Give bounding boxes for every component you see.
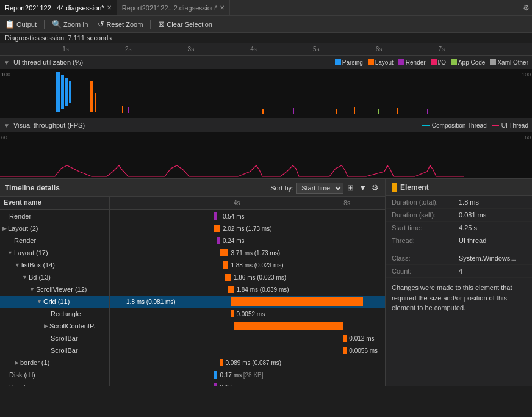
bar-segment (220, 359, 223, 366)
tab-2-close[interactable]: ✕ (220, 4, 225, 11)
group-icon[interactable]: ⊞ (346, 182, 355, 194)
appcode-color (451, 59, 457, 65)
row-bar-area: 1.8 ms (0.081 ms) (110, 296, 385, 308)
tab-2[interactable]: Report2021122...2.diagsession* ✕ (117, 0, 231, 15)
ruler-mark-3s: 3s (188, 46, 195, 53)
expand-icon[interactable]: ▼ (37, 299, 42, 305)
fps-chart-section: ▼ Visual throughput (FPS) Composition Th… (0, 118, 532, 178)
table-row[interactable]: ▶Layout (2) 2.02 ms (1.73 ms) (0, 222, 385, 234)
row-duration: 0.13 ms (220, 384, 242, 386)
row-bar-area: 0.012 ms (110, 332, 385, 344)
session-info: Diagnostics session: 7.111 seconds (0, 33, 532, 43)
row-bar-area: 1.88 ms (0.023 ms) (110, 259, 385, 271)
ui-chart-scale-left: 100 (0, 71, 10, 78)
table-row[interactable]: Render 0.13 ms (0, 381, 385, 386)
row-duration: 2.02 ms (1.73 ms) (223, 225, 272, 232)
comp-thread-color (422, 125, 430, 126)
bar-segment (228, 286, 234, 293)
duration-self-value: 0.081 ms (459, 211, 486, 219)
table-row[interactable]: ScrollBar 0.012 ms (0, 332, 385, 344)
class-value: System.Windows... (459, 255, 516, 262)
row-icon (7, 236, 14, 245)
row-bar-area: 2.02 ms (1.73 ms) (110, 222, 385, 234)
table-row[interactable]: ▼ScrollViewer (12) 1.84 ms (0.039 ms) (0, 283, 385, 296)
svg-rect-11 (354, 107, 355, 114)
row-duration: 0.089 ms (0.087 ms) (225, 360, 281, 366)
table-row[interactable]: ▼listBox (14) 1.88 ms (0.023 ms) (0, 259, 385, 271)
tab-2-label: Report2021122...2.diagsession* (122, 4, 218, 12)
bottom-panel: Timeline details Sort by: Start time Dur… (0, 178, 532, 386)
ui-thread-collapse[interactable]: ▼ (4, 59, 10, 66)
row-duration: 0.0056 ms (349, 347, 378, 354)
tree-container[interactable]: Render 0.54 ms ▶Layout (2) 2.02 ms (1.73… (0, 210, 385, 386)
ruler-marks: 1s 2s 3s 4s 5s 6s 7s (5, 43, 527, 55)
svg-rect-7 (128, 107, 129, 113)
output-button[interactable]: 📋 Output (2, 18, 39, 30)
expand-icon[interactable]: ▶ (2, 225, 7, 231)
row-bar-area: 0.17 ms [28 KB] (110, 369, 385, 381)
ruler-mark-1s: 1s (62, 46, 69, 53)
svg-rect-5 (95, 93, 96, 112)
sort-select[interactable]: Start time Duration (296, 183, 343, 194)
zoom-in-button[interactable]: 🔍 Zoom In (49, 18, 90, 30)
row-duration: 0.17 ms [28 KB] (220, 372, 263, 379)
bar-segment (217, 237, 220, 244)
row-duration: 1.88 ms (0.023 ms) (231, 262, 283, 269)
bar-segment (214, 371, 217, 379)
table-row[interactable]: Render 0.24 ms (0, 234, 385, 247)
start-time-value: 4.25 s (459, 224, 477, 231)
expand-icon[interactable]: ▼ (15, 262, 20, 268)
options-icon[interactable]: ⚙ (370, 182, 380, 194)
row-duration: 0.012 ms (349, 335, 374, 342)
svg-rect-12 (378, 109, 379, 114)
table-row[interactable]: ▼Bd (13) 1.86 ms (0.023 ms) (0, 271, 385, 283)
expand-icon[interactable]: ▶ (44, 323, 48, 329)
expand-icon[interactable]: ▼ (29, 286, 35, 292)
toolbar-separator-2 (150, 20, 151, 29)
fps-chart-body[interactable]: 60 60 (0, 132, 532, 178)
tab-1-close[interactable]: ✕ (107, 4, 112, 11)
table-row[interactable]: Render 0.54 ms (0, 210, 385, 222)
tab-1[interactable]: Report2021122...44.diagsession* ✕ (0, 0, 117, 15)
ruler-mark-7s: 7s (438, 46, 445, 53)
bar-segment (343, 335, 347, 342)
clear-selection-button[interactable]: ⊠ Clear Selection (156, 18, 215, 30)
row-bar-area: 1.84 ms (0.039 ms) (110, 283, 385, 296)
table-row[interactable]: ScrollBar 0.0056 ms (0, 344, 385, 357)
clear-selection-icon: ⊠ (158, 20, 165, 29)
ruler-mark-6s: 6s (376, 46, 383, 53)
settings-icon[interactable]: ⚙ (523, 4, 530, 12)
table-row[interactable]: Rectangle 0.0052 ms (0, 308, 385, 320)
bar-segment (220, 249, 228, 256)
table-row[interactable]: ▼Grid (11) 1.8 ms (0.081 ms) (0, 296, 385, 308)
expand-icon[interactable]: ▶ (15, 360, 19, 366)
row-icon (2, 212, 9, 221)
row-icon (44, 346, 51, 355)
table-row[interactable]: ▶border (1) 0.089 ms (0.087 ms) (0, 357, 385, 369)
table-row[interactable]: ▶ScrollContentP... 1.7 ms (0.051 ms) (0, 320, 385, 332)
row-bar-area: 0.54 ms (110, 210, 385, 222)
timeline-details: Timeline details Sort by: Start time Dur… (0, 179, 386, 386)
reset-zoom-button[interactable]: ↺ Reset Zoom (95, 18, 145, 30)
output-label: Output (16, 21, 37, 28)
ui-thread-chart-body[interactable]: 100 100 (0, 69, 532, 118)
comp-thread-label: Composition Thread (432, 122, 487, 129)
tab-bar: Report2021122...44.diagsession* ✕ Report… (0, 0, 532, 16)
bar-segment (223, 261, 228, 269)
svg-rect-6 (122, 106, 123, 113)
right-panel-title: Element (400, 183, 429, 192)
row-bar-area: 3.71 ms (1.73 ms) (110, 247, 385, 259)
timeline-marker-4s: 4s (234, 200, 240, 206)
expand-icon[interactable]: ▼ (7, 250, 13, 256)
filter-icon[interactable]: ▼ (358, 182, 368, 194)
svg-rect-8 (262, 109, 264, 114)
prop-row-count: Count: 4 (386, 265, 532, 278)
table-row[interactable]: Disk (dll) 0.17 ms [28 KB] (0, 369, 385, 381)
fps-collapse[interactable]: ▼ (4, 122, 10, 129)
row-label: ScrollBar (0, 332, 110, 344)
expand-icon[interactable]: ▼ (22, 274, 27, 280)
prop-row-class: Class: System.Windows... (386, 252, 532, 265)
table-row[interactable]: ▼Layout (17) 3.71 ms (1.73 ms) (0, 247, 385, 259)
clear-selection-label: Clear Selection (167, 21, 212, 28)
svg-rect-13 (397, 108, 398, 114)
